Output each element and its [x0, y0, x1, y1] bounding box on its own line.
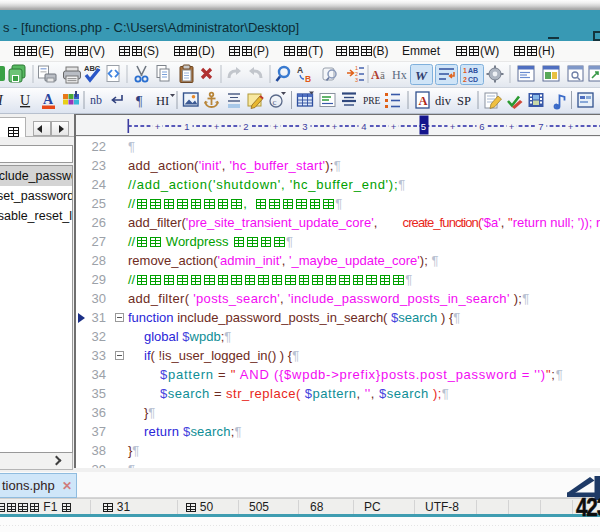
- svg-text:+: +: [332, 121, 338, 132]
- svg-text:HI: HI: [156, 94, 169, 108]
- svg-text:nb: nb: [90, 93, 102, 107]
- svg-text:CD: CD: [468, 76, 478, 83]
- svg-text:3: 3: [302, 121, 307, 132]
- svg-text:SP: SP: [457, 94, 471, 108]
- svg-text:A: A: [297, 65, 303, 75]
- svg-text:¶: ¶: [136, 94, 143, 109]
- svg-text:+: +: [214, 121, 220, 132]
- svg-text:AB: AB: [468, 67, 478, 74]
- svg-text:U: U: [20, 93, 30, 108]
- svg-text:6: 6: [479, 121, 484, 132]
- svg-text:A: A: [419, 94, 428, 108]
- svg-text:2: 2: [243, 121, 248, 132]
- svg-text:+: +: [568, 121, 574, 132]
- svg-text:+: +: [391, 121, 397, 132]
- svg-text:+: +: [273, 121, 279, 132]
- svg-text:PRE: PRE: [363, 96, 381, 106]
- svg-text:5: 5: [421, 121, 426, 132]
- svg-text:Hx: Hx: [392, 68, 407, 82]
- svg-text:I: I: [0, 93, 4, 108]
- svg-text:2: 2: [463, 76, 467, 83]
- svg-text:1: 1: [184, 121, 189, 132]
- svg-text:B: B: [305, 74, 311, 84]
- svg-text:+: +: [450, 121, 456, 132]
- svg-text:div: div: [435, 94, 452, 108]
- svg-text:ā: ā: [380, 69, 385, 81]
- svg-text:1: 1: [463, 67, 467, 74]
- svg-text:A: A: [371, 68, 380, 82]
- svg-text:+: +: [509, 121, 515, 132]
- svg-text:c: c: [273, 97, 277, 107]
- svg-text:W: W: [415, 68, 428, 83]
- svg-text:7: 7: [538, 121, 543, 132]
- svg-text:+: +: [155, 121, 161, 132]
- svg-text:4: 4: [361, 121, 366, 132]
- svg-text:3: 3: [355, 77, 358, 83]
- svg-text:A: A: [43, 92, 54, 107]
